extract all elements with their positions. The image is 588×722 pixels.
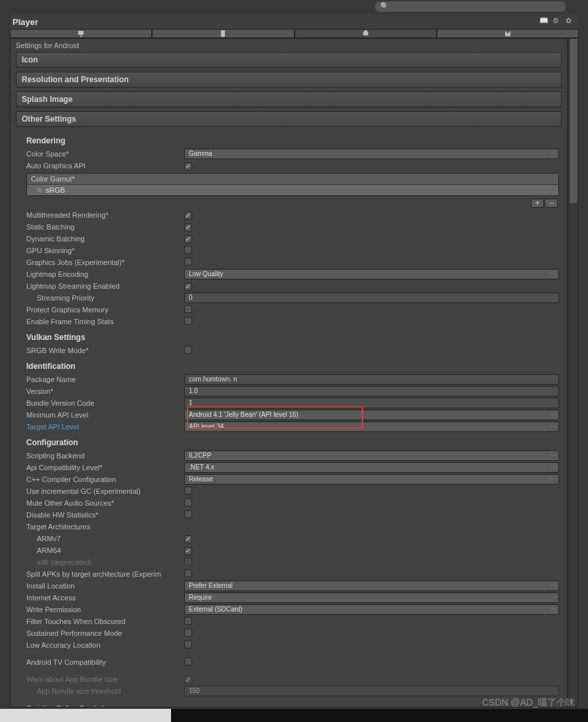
search-input[interactable]: 🔍 <box>375 1 566 12</box>
color-space-label: Color Space* <box>26 150 184 158</box>
lightmap-encoding-dropdown[interactable]: Low Quality <box>184 269 559 279</box>
rendering-header: Rendering <box>26 136 559 145</box>
disable-hw-stats-checkbox[interactable] <box>184 510 192 518</box>
incremental-gc-label: Use incremental GC (Experimental) <box>26 487 184 495</box>
lightmap-streaming-label: Lightmap Streaming Enabled <box>26 282 184 290</box>
section-resolution[interactable]: Resolution and Presentation <box>16 72 562 87</box>
streaming-priority-field[interactable]: 0 <box>184 293 559 303</box>
tab-standalone[interactable] <box>10 29 152 38</box>
split-apk-checkbox[interactable] <box>184 569 192 577</box>
streaming-priority-label: Streaming Priority <box>26 294 184 302</box>
bundle-threshold-label: App Bundle size threshold <box>26 687 184 695</box>
write-permission-dropdown[interactable]: External (SDCard) <box>184 604 559 615</box>
graphics-jobs-checkbox[interactable] <box>184 258 192 266</box>
multithreaded-label: Multithreaded Rendering* <box>26 211 184 219</box>
settings-icon[interactable]: ⚙ <box>552 16 563 27</box>
internet-access-dropdown[interactable]: Require <box>184 592 559 603</box>
internet-access-label: Internet Access <box>26 594 184 602</box>
srgb-write-checkbox[interactable] <box>184 346 192 354</box>
gamut-add-button[interactable]: + <box>531 199 544 208</box>
x86-label: x86 (deprecated) <box>26 558 184 566</box>
vulkan-header: Vulkan Settings <box>26 333 559 342</box>
gamut-remove-button[interactable]: − <box>545 199 558 208</box>
settings-for-label: Settings for Android <box>11 39 567 52</box>
bundle-threshold-field[interactable]: 150 <box>184 686 559 696</box>
target-arch-label: Target Architectures <box>26 523 184 531</box>
color-gamut-item[interactable]: sRGB <box>27 185 558 195</box>
frame-timing-label: Enable Frame Timing Stats <box>26 318 184 325</box>
install-location-label: Install Location <box>26 582 184 590</box>
section-icon[interactable]: Icon <box>16 52 562 68</box>
lightmap-encoding-label: Lightmap Encoding <box>26 270 184 278</box>
armv7-checkbox[interactable] <box>184 535 192 543</box>
mute-audio-checkbox[interactable] <box>184 498 192 506</box>
multithreaded-checkbox[interactable] <box>184 212 192 220</box>
android-tv-label: Android TV Compatibility <box>26 658 184 666</box>
lightmap-streaming-checkbox[interactable] <box>184 283 192 291</box>
sustained-perf-label: Sustained Performance Mode <box>26 629 184 637</box>
gear-icon[interactable]: ✿ <box>566 16 576 27</box>
auto-graphics-label: Auto Graphics API <box>26 162 184 170</box>
bottom-bar-dark <box>171 709 588 722</box>
section-other[interactable]: Other Settings <box>16 111 562 127</box>
protect-graphics-checkbox[interactable] <box>184 305 192 313</box>
version-field[interactable]: 1.0 <box>184 386 559 397</box>
settings-panel: Settings for Android Icon Resolution and… <box>10 38 568 708</box>
gpu-skinning-checkbox[interactable] <box>184 246 192 254</box>
auto-graphics-checkbox[interactable] <box>184 162 192 170</box>
gpu-skinning-label: GPU Skinning* <box>26 247 184 254</box>
version-label: Version* <box>26 387 184 395</box>
package-name-label: Package Name <box>26 375 184 383</box>
graphics-jobs-label: Graphics Jobs (Experimental)* <box>26 258 184 266</box>
low-accuracy-label: Low Accuracy Location <box>26 641 184 649</box>
low-accuracy-checkbox[interactable] <box>184 640 192 648</box>
warn-bundle-label: Warn about App Bundle size <box>26 675 184 683</box>
dynamic-batching-checkbox[interactable] <box>184 235 192 243</box>
install-location-dropdown[interactable]: Prefer External <box>184 581 559 591</box>
scrollbar-thumb[interactable] <box>570 39 577 203</box>
dynamic-batching-label: Dynamic Batching <box>26 235 184 243</box>
filter-touches-checkbox[interactable] <box>184 617 192 625</box>
scripting-backend-label: Scripting Backend <box>26 452 184 460</box>
protect-graphics-label: Protect Graphics Memory <box>26 306 184 314</box>
sustained-perf-checkbox[interactable] <box>184 629 192 637</box>
min-api-dropdown[interactable]: Android 4.1 'Jelly Bean' (API level 16) <box>184 410 559 420</box>
arm64-label: ARM64 <box>26 546 184 554</box>
tab-ios[interactable] <box>152 29 294 38</box>
package-name-field[interactable]: com.homtown. n <box>184 374 559 385</box>
help-icon[interactable]: 📖 <box>539 16 550 27</box>
bottom-bar-light <box>0 709 171 722</box>
write-permission-label: Write Permission <box>26 606 184 614</box>
configuration-header: Configuration <box>26 438 559 447</box>
scripting-backend-dropdown[interactable]: IL2CPP <box>184 450 559 461</box>
target-api-dropdown[interactable]: API level 34 <box>184 421 559 432</box>
android-tv-checkbox[interactable] <box>184 658 192 665</box>
bundle-code-field[interactable]: 1 <box>184 398 559 408</box>
cpp-config-dropdown[interactable]: Release <box>184 474 559 485</box>
srgb-write-label: SRGB Write Mode* <box>26 347 184 354</box>
platform-tabs <box>10 29 579 38</box>
panel-scrollbar[interactable] <box>569 38 578 708</box>
color-gamut-label: Color Gamut* <box>27 174 558 185</box>
bundle-code-label: Bundle Version Code <box>26 399 184 407</box>
frame-timing-checkbox[interactable] <box>184 317 192 325</box>
arm64-checkbox[interactable] <box>184 547 192 555</box>
mute-audio-label: Mute Other Audio Sources* <box>26 499 184 507</box>
split-apk-label: Split APKs by target architecture (Exper… <box>26 570 184 578</box>
filter-touches-label: Filter Touches When Obscured <box>26 617 184 625</box>
api-compat-label: Api Compatibility Level* <box>26 464 184 471</box>
color-gamut-box: Color Gamut* sRGB <box>26 173 559 196</box>
color-space-dropdown[interactable]: Gamma <box>184 149 559 159</box>
window-title: Player <box>12 17 38 27</box>
section-splash[interactable]: Splash Image <box>16 91 562 107</box>
svg-rect-0 <box>221 30 225 37</box>
cpp-config-label: C++ Compiler Configuration <box>26 475 184 483</box>
incremental-gc-checkbox[interactable] <box>184 487 192 494</box>
api-compat-dropdown[interactable]: .NET 4.x <box>184 462 559 473</box>
search-icon: 🔍 <box>380 2 389 10</box>
tab-webgl[interactable] <box>437 29 579 38</box>
title-bar: Player 📖 ⚙ ✿ <box>10 14 579 29</box>
warn-bundle-checkbox[interactable] <box>184 676 192 684</box>
static-batching-checkbox[interactable] <box>184 224 192 231</box>
tab-android[interactable] <box>295 29 437 38</box>
